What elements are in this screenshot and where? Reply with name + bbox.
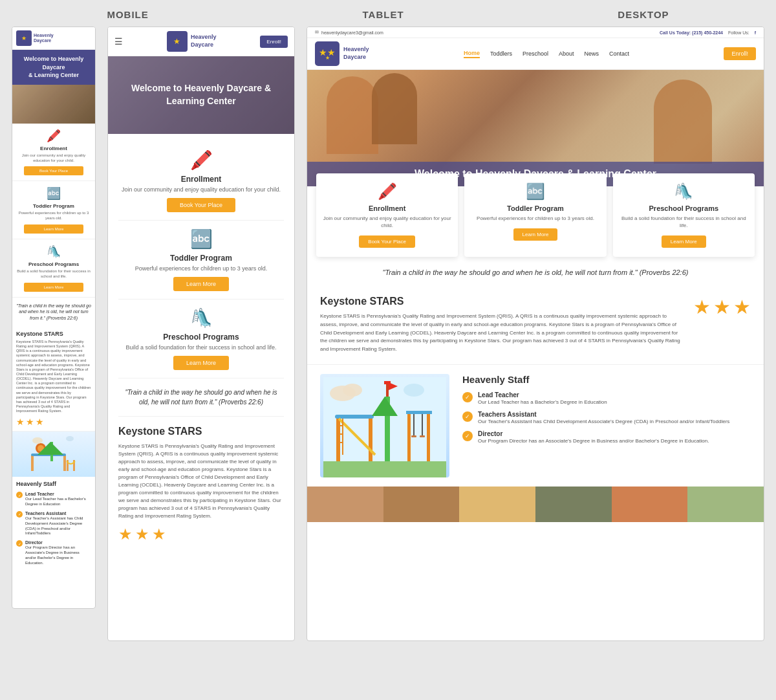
desktop-hero: Welcome to Heavenly Daycare & Learning C… — [307, 70, 764, 186]
mobile-stars-row: ★ ★ ★ — [16, 417, 91, 427]
tablet-enrollment-btn[interactable]: Book Your Place — [167, 198, 235, 212]
svg-point-14 — [404, 384, 424, 397]
tablet-star-2: ★ — [135, 525, 149, 543]
mobile-hero-line1: Welcome to Heavenly Daycare — [24, 56, 83, 71]
mobile-logo-text: Heavenly Daycare — [34, 33, 54, 44]
tablet-toddler-section: 🔤 Toddler Program Powerful experiences f… — [118, 221, 284, 300]
svg-rect-35 — [420, 435, 425, 437]
gallery-img-1 — [307, 487, 383, 522]
mobile-logo: ★ Heavenly Daycare — [16, 30, 54, 46]
desktop-star-3: ★ — [733, 296, 751, 318]
mobile-label: MOBILE — [107, 9, 148, 20]
desktop-check-1 — [462, 411, 473, 422]
desktop-topbar: ✉ heavenlydaycare3@gmail.com Call Us Tod… — [307, 27, 764, 38]
desktop-enrollment-card: 🖍️ Enrollment Join our community and enj… — [316, 173, 458, 257]
mobile-hero-line2: & Learning Center — [28, 72, 79, 78]
tablet-enroll-btn[interactable]: Enroll! — [260, 36, 288, 48]
gallery-img-2 — [383, 487, 460, 522]
mobile-star-2: ★ — [26, 417, 34, 427]
desktop-preschool-icon: 🛝 — [620, 182, 748, 201]
mobile-hero-text: Welcome to Heavenly Daycare & Learning C… — [12, 50, 95, 85]
tablet-preschool-title: Preschool Programs — [118, 333, 284, 342]
nav-link-news[interactable]: News — [585, 50, 599, 57]
desktop-star-2: ★ — [713, 296, 731, 318]
desktop-staff-item-0: Lead Teacher Our Lead Teacher has a Bach… — [462, 391, 751, 406]
tablet-toddler-title: Toddler Program — [118, 254, 284, 263]
tablet-content: 🖍️ Enrollment Join our community and enj… — [108, 134, 294, 560]
svg-rect-15 — [323, 461, 446, 477]
tablet-stars-row: ★ ★ ★ — [118, 525, 284, 543]
nav-link-home[interactable]: Home — [464, 50, 480, 58]
mobile-toddler-text: Powerful experiences for children up to … — [16, 211, 91, 221]
mobile-staff-item-1: Teachers Assistant Our Teacher's Assista… — [16, 510, 91, 536]
svg-rect-1 — [63, 455, 66, 471]
mobile-staff-title: Heavenly Staff — [16, 481, 91, 487]
desktop-keystone-title: Keystone STARS — [320, 296, 680, 307]
desktop-staff-desc-0: Our Lead Teacher has a Bachelor's Degree… — [478, 399, 607, 406]
tablet-toddler-btn[interactable]: Learn More — [173, 277, 229, 291]
desktop-staff-role-1: Teachers Assistant — [478, 411, 729, 418]
mobile-playground-svg — [28, 435, 80, 474]
tablet-toddler-text: Powerful experiences for children up to … — [118, 265, 284, 272]
nav-link-about[interactable]: About — [559, 50, 574, 57]
desktop-topbar-right: Call Us Today: (215) 450-2244 Follow Us:… — [660, 30, 756, 35]
email-icon: ✉ — [315, 30, 319, 35]
nav-link-contact[interactable]: Contact — [609, 50, 629, 57]
facebook-icon[interactable]: f — [755, 30, 756, 35]
mobile-preschool-text: Build a solid foundation for their succe… — [16, 269, 91, 279]
desktop-preschool-text: Build a solid foundation for their succe… — [620, 215, 748, 229]
mobile-quote: "Train a child in the way he should go a… — [12, 298, 95, 327]
mobile-hero-image — [12, 85, 95, 124]
desktop-preschool-btn[interactable]: Learn More — [662, 235, 706, 248]
desktop-star-1: ★ — [693, 296, 711, 318]
gallery-img-5 — [612, 487, 688, 522]
desktop-staff-desc-1: Our Teacher's Assistant has Child Develo… — [478, 418, 729, 425]
desktop-lower-section: Heavenly Staff Lead Teacher Our Lead Tea… — [307, 365, 764, 487]
desktop-label: DESKTOP — [618, 9, 669, 20]
desktop-staff-desc-2: Our Program Director has an Associate's … — [478, 437, 709, 444]
desktop-enrollment-btn[interactable]: Book Your Place — [359, 235, 415, 248]
hamburger-icon[interactable]: ☰ — [114, 36, 123, 47]
desktop-enrollment-title: Enrollment — [323, 204, 451, 212]
mobile-check-0 — [16, 492, 23, 498]
mobile-logo-icon: ★ — [16, 30, 32, 46]
page-container: MOBILE TABLET DESKTOP ★ Heavenly Daycare… — [0, 0, 776, 700]
desktop-check-0 — [462, 392, 473, 402]
desktop-phone: Call Us Today: (215) 450-2244 — [660, 30, 723, 35]
desktop-preschool-card: 🛝 Preschool Programs Build a solid found… — [613, 173, 755, 257]
desktop-staff-title: Heavenly Staff — [462, 374, 751, 385]
mobile-toddler-btn[interactable]: Learn More — [24, 224, 84, 234]
desktop-logo-text: Heavenly Daycare — [343, 46, 369, 61]
mobile-enrollment-title: Enrollment — [16, 146, 91, 151]
desktop-navbar: ★★ ★ Heavenly Daycare Home Toddlers Pres… — [307, 38, 764, 70]
tablet-quote: "Train a child in the way he should go a… — [118, 378, 284, 417]
svg-rect-29 — [407, 413, 411, 461]
desktop-staff-section: Heavenly Staff Lead Teacher Our Lead Tea… — [462, 374, 751, 450]
mobile-toddler-section: 🔤 Toddler Program Powerful experiences f… — [12, 181, 95, 239]
svg-point-13 — [343, 384, 362, 397]
nav-link-preschool[interactable]: Preschool — [523, 50, 548, 57]
desktop-follow: Follow Us: — [728, 30, 749, 35]
nav-link-toddlers[interactable]: Toddlers — [490, 50, 512, 57]
tablet-hero-overlay: Welcome to Heavenly Daycare & Learning C… — [108, 56, 294, 134]
tablet-preschool-btn[interactable]: Learn More — [173, 356, 229, 370]
desktop-playground-svg — [323, 377, 446, 477]
mobile-preschool-icon: 🛝 — [16, 245, 91, 259]
svg-point-10 — [66, 436, 74, 441]
desktop-gallery — [307, 487, 764, 522]
mobile-preschool-btn[interactable]: Learn More — [24, 283, 84, 292]
desktop-enroll-btn[interactable]: Enroll! — [724, 47, 756, 60]
desktop-toddler-btn[interactable]: Learn More — [513, 228, 558, 241]
desktop-stars-visual: ★ ★ ★ — [693, 296, 751, 318]
gallery-img-3 — [459, 487, 535, 522]
desktop-toddler-text: Powerful experiences for children up to … — [471, 215, 599, 222]
svg-rect-18 — [335, 415, 374, 419]
tablet-star-3: ★ — [152, 525, 166, 543]
mobile-toddler-title: Toddler Program — [16, 203, 91, 209]
svg-rect-31 — [406, 411, 432, 414]
mobile-logo-star: ★ — [21, 35, 27, 41]
mobile-enrollment-btn[interactable]: Book Your Place — [24, 166, 84, 175]
mobile-staff-text-0: Lead Teacher Our Lead Teacher has a Bach… — [25, 491, 91, 507]
mobile-check-1 — [16, 511, 23, 518]
mobile-enrollment-section: 🖍️ Enrollment Join our community and enj… — [12, 124, 95, 182]
